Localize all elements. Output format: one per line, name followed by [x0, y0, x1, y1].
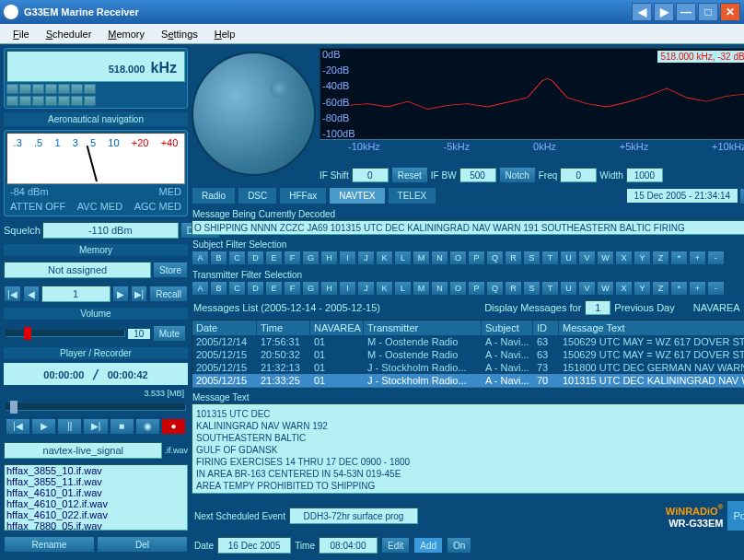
filter-*[interactable]: * — [670, 251, 688, 265]
file-item[interactable]: hffax_3855_10.if.wav — [5, 465, 187, 476]
sys-btn-1[interactable]: ◀ — [632, 3, 652, 21]
filter-K[interactable]: K — [376, 251, 393, 265]
filter-Z[interactable]: Z — [652, 251, 669, 265]
filter-O[interactable]: O — [449, 281, 467, 296]
filter-C[interactable]: C — [228, 251, 246, 265]
filter-T[interactable]: T — [541, 251, 559, 265]
col-header[interactable]: Time — [257, 321, 310, 335]
message-row[interactable]: 2005/12/1521:33:2501J - Stockholm Radio.… — [192, 374, 744, 387]
sched-time[interactable] — [319, 537, 378, 554]
filter-Q[interactable]: Q — [486, 251, 504, 265]
file-item[interactable]: hffax_3855_11.if.wav — [5, 476, 187, 487]
player-position[interactable] — [6, 403, 186, 411]
display-for-value[interactable] — [585, 300, 610, 315]
filter-A[interactable]: A — [192, 251, 209, 265]
mute-button[interactable]: Mute — [153, 325, 186, 342]
menu-scheduler[interactable]: Scheduler — [39, 27, 99, 41]
message-row[interactable]: 2005/12/1521:32:1301J - Stockholm Radio.… — [192, 361, 744, 374]
prev-day[interactable]: Previous Day — [614, 302, 674, 313]
sched-date[interactable] — [217, 537, 291, 554]
record-button[interactable]: ● — [161, 418, 186, 435]
file-item[interactable]: hffax_4610_012.if.wav — [5, 498, 187, 509]
agc-status[interactable]: AGC MED — [134, 201, 181, 212]
filter-N[interactable]: N — [431, 251, 448, 265]
col-header[interactable]: ID — [533, 321, 559, 335]
tab-dsc[interactable]: DSC — [238, 187, 277, 204]
filter-J[interactable]: J — [357, 251, 375, 265]
utc-button[interactable]: UTC — [739, 188, 744, 204]
menu-memory[interactable]: Memory — [100, 27, 152, 41]
play-button[interactable]: ▶ — [31, 418, 56, 435]
filter-I[interactable]: I — [339, 281, 356, 296]
filter-M[interactable]: M — [413, 251, 430, 265]
notch-width[interactable] — [626, 168, 663, 182]
mem-first[interactable]: |◀ — [4, 286, 21, 302]
rewind-button[interactable]: |◀ — [6, 418, 30, 435]
sched-event[interactable] — [289, 508, 418, 524]
filter-S[interactable]: S — [523, 281, 541, 296]
if-reset[interactable]: Reset — [391, 167, 428, 183]
filter-P[interactable]: P — [468, 281, 485, 296]
menu-help[interactable]: Help — [207, 27, 243, 41]
filter-R[interactable]: R — [505, 281, 522, 296]
store-button[interactable]: Store — [153, 262, 188, 278]
if-shift-value[interactable] — [352, 168, 389, 182]
message-text[interactable]: 101315 UTC DEC KALININGRAD NAV WARN 192 … — [192, 403, 744, 494]
col-header[interactable]: Subject — [482, 321, 533, 335]
rename-button[interactable]: Rename — [4, 536, 95, 553]
tab-telex[interactable]: TELEX — [388, 187, 437, 204]
tab-navtex[interactable]: NAVTEX — [329, 187, 385, 204]
tab-radio[interactable]: Radio — [192, 187, 236, 204]
loop-button[interactable]: ◉ — [135, 418, 160, 435]
filter-M[interactable]: M — [413, 281, 430, 296]
filter-U[interactable]: U — [560, 281, 577, 296]
filter-F[interactable]: F — [284, 251, 301, 265]
ffwd-button[interactable]: ▶| — [83, 418, 108, 435]
filter-E[interactable]: E — [265, 251, 283, 265]
file-item[interactable]: hffax_7880_05.if.wav — [5, 520, 187, 531]
filter-V[interactable]: V — [578, 281, 596, 296]
filter-D[interactable]: D — [247, 251, 264, 265]
filter-W[interactable]: W — [597, 281, 614, 296]
filter-P[interactable]: P — [468, 251, 485, 265]
squelch-value[interactable] — [42, 222, 179, 239]
message-row[interactable]: 2005/12/1417:56:3101M - Oostende RadioA … — [192, 335, 744, 348]
mem-last[interactable]: ▶| — [131, 286, 148, 302]
filter-G[interactable]: G — [302, 281, 320, 296]
filter-E[interactable]: E — [265, 281, 283, 296]
filter-O[interactable]: O — [449, 251, 467, 265]
menu-file[interactable]: File — [6, 27, 37, 41]
close-button[interactable]: ✕ — [720, 3, 740, 21]
col-header[interactable]: Transmitter — [364, 321, 482, 335]
filter-A[interactable]: A — [192, 281, 209, 296]
notch-freq[interactable] — [560, 168, 597, 182]
filter-T[interactable]: T — [541, 281, 559, 296]
filter-H[interactable]: H — [320, 251, 338, 265]
tuning-dial[interactable] — [192, 52, 316, 176]
filter-D[interactable]: D — [247, 281, 264, 296]
freq-up-btn[interactable] — [6, 84, 18, 94]
filter-Y[interactable]: Y — [634, 281, 651, 296]
filter-R[interactable]: R — [505, 251, 522, 265]
filter--[interactable]: - — [707, 281, 725, 296]
filter-H[interactable]: H — [320, 281, 338, 296]
message-row[interactable]: 2005/12/1520:50:3201M - Oostende RadioA … — [192, 348, 744, 361]
power-button[interactable]: Power — [727, 500, 744, 531]
memory-index[interactable] — [41, 286, 110, 302]
atten-status[interactable]: ATTEN OFF — [10, 201, 65, 212]
file-item[interactable]: hffax_4610_022.if.wav — [5, 509, 187, 520]
tab-hffax[interactable]: HFFax — [279, 187, 327, 204]
recall-button[interactable]: Recall — [149, 286, 188, 302]
filter-J[interactable]: J — [357, 281, 375, 296]
notch-button[interactable]: Notch — [499, 167, 536, 183]
filter-W[interactable]: W — [597, 251, 614, 265]
sched-on[interactable]: On — [447, 537, 471, 554]
if-bw-value[interactable] — [459, 168, 496, 182]
file-list[interactable]: hffax_3855_10.if.wavhffax_3855_11.if.wav… — [4, 464, 188, 531]
col-header[interactable]: Message Text — [559, 321, 744, 335]
sched-add[interactable]: Add — [413, 537, 443, 554]
mem-next[interactable]: ▶ — [112, 286, 129, 302]
filter-+[interactable]: + — [689, 281, 706, 296]
menu-settings[interactable]: Settings — [154, 27, 205, 41]
freq-dn-btn[interactable] — [6, 96, 18, 106]
